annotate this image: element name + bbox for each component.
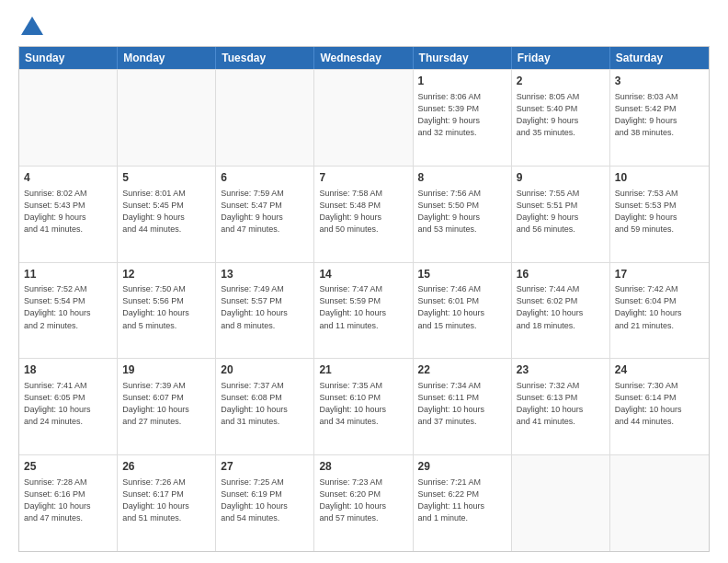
- calendar-header-cell: Monday: [118, 47, 216, 69]
- calendar-header-cell: Tuesday: [216, 47, 314, 69]
- day-info: Sunrise: 7:32 AM Sunset: 6:13 PM Dayligh…: [517, 380, 605, 428]
- calendar-cell: [216, 70, 314, 166]
- calendar-cell: [610, 455, 709, 551]
- day-info: Sunrise: 7:37 AM Sunset: 6:08 PM Dayligh…: [221, 380, 309, 428]
- day-number: 7: [319, 170, 407, 186]
- day-number: 29: [418, 459, 506, 475]
- day-number: 28: [319, 459, 407, 475]
- day-number: 24: [615, 362, 704, 378]
- calendar-cell: 25Sunrise: 7:28 AM Sunset: 6:16 PM Dayli…: [19, 455, 118, 551]
- day-number: 18: [24, 362, 112, 378]
- calendar-header-cell: Sunday: [19, 47, 118, 69]
- day-number: 12: [122, 267, 210, 282]
- calendar-header-row: SundayMondayTuesdayWednesdayThursdayFrid…: [19, 47, 709, 69]
- day-info: Sunrise: 7:49 AM Sunset: 5:57 PM Dayligh…: [221, 283, 309, 331]
- calendar-cell: 26Sunrise: 7:26 AM Sunset: 6:17 PM Dayli…: [118, 455, 216, 551]
- calendar-cell: 10Sunrise: 7:53 AM Sunset: 5:53 PM Dayli…: [610, 167, 709, 262]
- day-number: 21: [319, 362, 407, 378]
- calendar-cell: [19, 70, 118, 166]
- day-number: 10: [615, 170, 704, 186]
- calendar-cell: 19Sunrise: 7:39 AM Sunset: 6:07 PM Dayli…: [118, 359, 216, 454]
- day-info: Sunrise: 7:42 AM Sunset: 6:04 PM Dayligh…: [615, 283, 704, 331]
- day-number: 20: [221, 362, 309, 378]
- calendar-row: 11Sunrise: 7:52 AM Sunset: 5:54 PM Dayli…: [19, 262, 709, 359]
- calendar-cell: 24Sunrise: 7:30 AM Sunset: 6:14 PM Dayli…: [610, 359, 709, 454]
- calendar-cell: [512, 455, 610, 551]
- calendar-cell: 20Sunrise: 7:37 AM Sunset: 6:08 PM Dayli…: [216, 359, 314, 454]
- calendar-cell: 13Sunrise: 7:49 AM Sunset: 5:57 PM Dayli…: [216, 263, 314, 359]
- day-info: Sunrise: 7:46 AM Sunset: 6:01 PM Dayligh…: [418, 283, 506, 331]
- day-info: Sunrise: 7:26 AM Sunset: 6:17 PM Dayligh…: [122, 477, 210, 524]
- day-number: 4: [24, 170, 112, 186]
- day-info: Sunrise: 7:52 AM Sunset: 5:54 PM Dayligh…: [24, 283, 112, 331]
- calendar-cell: 3Sunrise: 8:03 AM Sunset: 5:42 PM Daylig…: [610, 70, 709, 166]
- calendar-cell: 9Sunrise: 7:55 AM Sunset: 5:51 PM Daylig…: [512, 167, 610, 262]
- logo-icon: [19, 15, 45, 37]
- day-number: 3: [615, 74, 704, 89]
- day-info: Sunrise: 7:55 AM Sunset: 5:51 PM Dayligh…: [517, 188, 605, 236]
- calendar-row: 18Sunrise: 7:41 AM Sunset: 6:05 PM Dayli…: [19, 358, 709, 454]
- calendar-cell: 2Sunrise: 8:05 AM Sunset: 5:40 PM Daylig…: [512, 70, 610, 166]
- day-number: 19: [122, 362, 210, 378]
- day-number: 17: [615, 267, 704, 282]
- calendar-cell: 27Sunrise: 7:25 AM Sunset: 6:19 PM Dayli…: [216, 455, 314, 551]
- day-info: Sunrise: 7:58 AM Sunset: 5:48 PM Dayligh…: [319, 188, 407, 236]
- day-info: Sunrise: 7:25 AM Sunset: 6:19 PM Dayligh…: [221, 477, 309, 524]
- calendar-cell: 7Sunrise: 7:58 AM Sunset: 5:48 PM Daylig…: [314, 167, 413, 262]
- day-number: 15: [418, 267, 506, 282]
- day-info: Sunrise: 8:06 AM Sunset: 5:39 PM Dayligh…: [418, 91, 506, 139]
- day-info: Sunrise: 7:47 AM Sunset: 5:59 PM Dayligh…: [319, 283, 407, 331]
- calendar-cell: 11Sunrise: 7:52 AM Sunset: 5:54 PM Dayli…: [19, 263, 118, 359]
- day-info: Sunrise: 7:21 AM Sunset: 6:22 PM Dayligh…: [418, 477, 506, 524]
- day-info: Sunrise: 7:59 AM Sunset: 5:47 PM Dayligh…: [221, 188, 309, 236]
- day-number: 23: [517, 362, 605, 378]
- day-info: Sunrise: 8:05 AM Sunset: 5:40 PM Dayligh…: [517, 91, 605, 139]
- calendar-row: 1Sunrise: 8:06 AM Sunset: 5:39 PM Daylig…: [19, 69, 709, 166]
- day-number: 13: [221, 267, 309, 282]
- day-info: Sunrise: 7:30 AM Sunset: 6:14 PM Dayligh…: [615, 380, 704, 428]
- day-number: 25: [24, 459, 112, 475]
- day-info: Sunrise: 7:39 AM Sunset: 6:07 PM Dayligh…: [122, 380, 210, 428]
- day-info: Sunrise: 7:23 AM Sunset: 6:20 PM Dayligh…: [319, 477, 407, 524]
- calendar-cell: 5Sunrise: 8:01 AM Sunset: 5:45 PM Daylig…: [118, 167, 216, 262]
- svg-marker-0: [21, 17, 43, 35]
- day-info: Sunrise: 7:35 AM Sunset: 6:10 PM Dayligh…: [319, 380, 407, 428]
- calendar-cell: 14Sunrise: 7:47 AM Sunset: 5:59 PM Dayli…: [314, 263, 413, 359]
- calendar-cell: 1Sunrise: 8:06 AM Sunset: 5:39 PM Daylig…: [414, 70, 512, 166]
- day-info: Sunrise: 7:53 AM Sunset: 5:53 PM Dayligh…: [615, 188, 704, 236]
- calendar: SundayMondayTuesdayWednesdayThursdayFrid…: [18, 46, 710, 552]
- day-number: 2: [517, 74, 605, 89]
- calendar-cell: 17Sunrise: 7:42 AM Sunset: 6:04 PM Dayli…: [610, 263, 709, 359]
- day-info: Sunrise: 7:34 AM Sunset: 6:11 PM Dayligh…: [418, 380, 506, 428]
- calendar-cell: 8Sunrise: 7:56 AM Sunset: 5:50 PM Daylig…: [414, 167, 512, 262]
- day-number: 22: [418, 362, 506, 378]
- day-number: 11: [24, 267, 112, 282]
- day-number: 1: [418, 74, 506, 89]
- day-info: Sunrise: 8:01 AM Sunset: 5:45 PM Dayligh…: [122, 188, 210, 236]
- calendar-cell: 21Sunrise: 7:35 AM Sunset: 6:10 PM Dayli…: [314, 359, 413, 454]
- day-info: Sunrise: 8:02 AM Sunset: 5:43 PM Dayligh…: [24, 188, 112, 236]
- calendar-body: 1Sunrise: 8:06 AM Sunset: 5:39 PM Daylig…: [19, 69, 709, 551]
- day-number: 14: [319, 267, 407, 282]
- calendar-header-cell: Wednesday: [314, 47, 413, 69]
- calendar-cell: 15Sunrise: 7:46 AM Sunset: 6:01 PM Dayli…: [414, 263, 512, 359]
- calendar-cell: [118, 70, 216, 166]
- day-info: Sunrise: 7:56 AM Sunset: 5:50 PM Dayligh…: [418, 188, 506, 236]
- day-info: Sunrise: 7:50 AM Sunset: 5:56 PM Dayligh…: [122, 283, 210, 331]
- calendar-cell: 4Sunrise: 8:02 AM Sunset: 5:43 PM Daylig…: [19, 167, 118, 262]
- day-number: 6: [221, 170, 309, 186]
- day-number: 8: [418, 170, 506, 186]
- day-info: Sunrise: 8:03 AM Sunset: 5:42 PM Dayligh…: [615, 91, 704, 139]
- calendar-header-cell: Saturday: [610, 47, 709, 69]
- day-info: Sunrise: 7:44 AM Sunset: 6:02 PM Dayligh…: [517, 283, 605, 331]
- calendar-row: 4Sunrise: 8:02 AM Sunset: 5:43 PM Daylig…: [19, 166, 709, 262]
- logo: [18, 15, 44, 37]
- calendar-cell: 16Sunrise: 7:44 AM Sunset: 6:02 PM Dayli…: [512, 263, 610, 359]
- calendar-header-cell: Friday: [512, 47, 610, 69]
- calendar-cell: 18Sunrise: 7:41 AM Sunset: 6:05 PM Dayli…: [19, 359, 118, 454]
- day-number: 26: [122, 459, 210, 475]
- day-info: Sunrise: 7:41 AM Sunset: 6:05 PM Dayligh…: [24, 380, 112, 428]
- day-number: 9: [517, 170, 605, 186]
- day-info: Sunrise: 7:28 AM Sunset: 6:16 PM Dayligh…: [24, 477, 112, 524]
- calendar-header-cell: Thursday: [414, 47, 512, 69]
